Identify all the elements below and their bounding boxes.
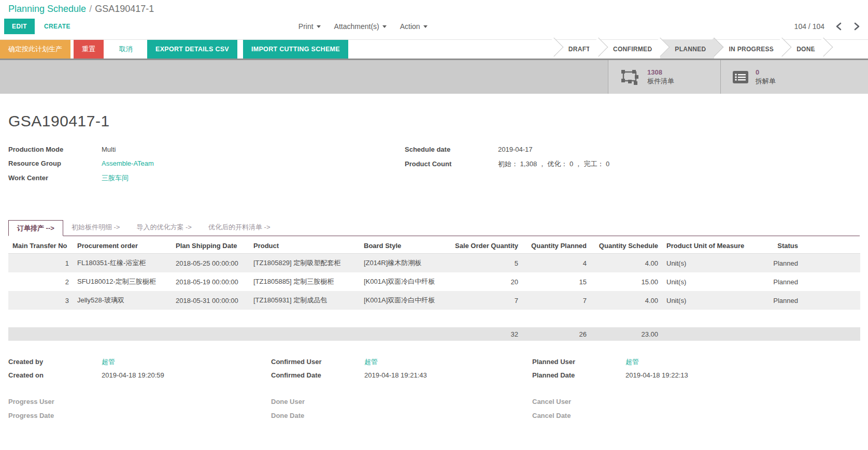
col-quantity-schedule[interactable]: Quantity Schedule [591,237,662,254]
tab-optimized-cutting-list[interactable]: 优化后的开料清单 -> [200,220,279,236]
disassembly-label: 拆解单 [756,77,776,86]
reset-button[interactable]: 重置 [74,40,104,59]
production-mode-value: Multi [102,146,116,153]
breadcrumb-separator: / [86,4,95,14]
attachments-menu[interactable]: Attachment(s) [334,22,387,31]
audit-fields: Created by 超管 Created on 2019-04-18 19:2… [8,357,860,441]
tab-imported-optimization-plan[interactable]: 导入的优化方案 -> [128,220,200,236]
totals-sale-order-quantity: 32 [451,327,522,341]
print-menu[interactable]: Print [298,22,321,31]
planned-date-label: Planned Date [532,371,625,379]
resource-group-value-link[interactable]: Assemble-ATeam [102,159,154,167]
create-button[interactable]: CREATE [44,23,70,30]
confirmed-date-label: Confirmed Date [271,371,364,379]
col-board-style[interactable]: Board Style [360,237,451,254]
cell-board-style: [K001A]双面冷白中纤板 [360,291,451,310]
created-by-value-link[interactable]: 超管 [102,357,115,367]
status-step-confirmed[interactable]: CONFIRMED [599,40,660,59]
print-menu-label: Print [298,22,314,31]
table-row[interactable]: 2 SFU180012-定制三胺橱柜 2018-05-19 00:00:00 [… [8,272,860,291]
field-group-right: Schedule date 2019-04-17 Product Count 初… [405,146,860,187]
created-on-label: Created on [8,371,102,379]
cancel-date-label: Cancel Date [532,412,625,419]
progress-user-label: Progress User [8,398,102,405]
totals-quantity-planned: 26 [522,327,591,341]
col-status[interactable]: Status [755,237,802,254]
board-list-stat-button[interactable]: 1308 板件清单 [608,60,720,94]
tab-initial-board-detail[interactable]: 初始板件明细 -> [63,220,129,236]
cell-quantity-schedule: 15.00 [591,272,662,291]
table-totals-row: 32 26 23.00 [8,327,860,341]
created-on-value: 2019-04-18 19:20:59 [102,371,164,379]
cell-status: Planned [755,272,802,291]
col-product-uom[interactable]: Product Unit of Measure [662,237,755,254]
cancel-button[interactable]: 取消 [111,40,141,59]
cell-main-transfer-no: 3 [8,291,73,310]
chevron-down-icon [317,25,321,28]
board-list-count: 1308 [647,68,674,77]
cell-spacer [802,254,860,273]
breadcrumb-parent-link[interactable]: Planning Schedule [8,4,86,14]
tab-order-scheduling-active[interactable]: 订单排产 --> [8,220,63,236]
cell-procurement-order: SFU180012-定制三胺橱柜 [73,272,172,291]
planned-user-label: Planned User [532,358,625,366]
cell-product: [TZ1805931] 定制成品包 [249,291,360,310]
table-row[interactable]: 3 Jelly528-玻璃双 2018-05-31 00:00:00 [TZ18… [8,291,860,310]
edit-button[interactable]: EDIT [4,19,35,34]
cell-main-transfer-no: 2 [8,272,73,291]
disassembly-count: 0 [756,68,776,77]
cell-procurement-order: FL180351-红橡-浴室柜 [73,254,172,273]
breadcrumb: Planning Schedule/GSA190417-1 [0,0,868,14]
cell-sale-order-quantity: 7 [451,291,522,310]
totals-empty [802,327,860,341]
cell-status: Planned [755,291,802,310]
created-by-label: Created by [8,358,102,366]
order-scheduling-table: Main Transfer No Procurement order Plan … [8,237,860,341]
action-menu[interactable]: Action [400,22,428,31]
col-procurement-order[interactable]: Procurement order [73,237,172,254]
chevron-down-icon [382,25,387,28]
work-center-value-link[interactable]: 三胺车间 [102,173,129,183]
col-quantity-planned[interactable]: Quantity Planned [522,237,591,254]
form-sheet: GSA190417-1 Production Mode Multi Resour… [0,112,868,441]
audit-col-confirmed: Confirmed User 超管 Confirmed Date 2019-04… [271,357,532,426]
field-group-left: Production Mode Multi Resource Group Ass… [8,146,405,187]
col-product[interactable]: Product [249,237,360,254]
col-main-transfer-no[interactable]: Main Transfer No [8,237,73,254]
chevron-left-icon [836,22,842,31]
col-spacer [802,237,860,254]
pager-next-button[interactable] [854,22,860,31]
cell-sale-order-quantity: 20 [451,272,522,291]
planned-user-value-link[interactable]: 超管 [625,357,639,367]
confirmed-user-label: Confirmed User [271,358,364,366]
schedule-date-value: 2019-04-17 [498,146,533,153]
confirm-production-button[interactable]: 确定按此计划生产 [0,40,70,59]
col-plan-shipping-date[interactable]: Plan Shipping Date [172,237,249,254]
planned-date-value: 2019-04-18 19:22:13 [625,371,688,379]
import-cutting-scheme-button[interactable]: IMPORT CUTTING SCHEME [243,40,348,59]
cell-status: Planned [755,254,802,273]
col-sale-order-quantity[interactable]: Sale Order Quantity [451,237,522,254]
status-step-lead-arrow [552,40,554,59]
cell-quantity-planned: 15 [522,272,591,291]
status-steps: DRAFT CONFIRMED PLANNED IN PROGRESS DONE [552,40,823,59]
table-row[interactable]: 1 FL180351-红橡-浴室柜 2018-05-25 00:00:00 [T… [8,254,860,273]
disassembly-list-stat-button[interactable]: 0 拆解单 [720,60,868,94]
cell-sale-order-quantity: 5 [451,254,522,273]
attachments-menu-label: Attachment(s) [334,22,379,31]
confirmed-date-value: 2019-04-18 19:21:43 [364,371,427,379]
confirmed-user-value-link[interactable]: 超管 [364,357,378,367]
totals-quantity-schedule: 23.00 [591,327,662,341]
status-step-planned-active[interactable]: PLANNED [660,40,714,59]
pager-value: 104 / 104 [794,22,824,31]
cell-board-style: [K001A]双面冷白中纤板 [360,272,451,291]
cell-product-uom: Unit(s) [662,254,755,273]
cell-spacer [802,291,860,310]
totals-empty [73,327,172,341]
export-details-csv-button[interactable]: EXPORT DETAILS CSV [147,40,237,59]
pager-previous-button[interactable] [836,22,842,31]
product-count-value: 初始： 1,308 ， 优化： 0 ， 完工： 0 [498,159,609,169]
status-step-in-progress[interactable]: IN PROGRESS [714,40,782,59]
cell-plan-shipping-date: 2018-05-25 00:00:00 [172,254,249,273]
resource-group-label: Resource Group [8,159,102,167]
